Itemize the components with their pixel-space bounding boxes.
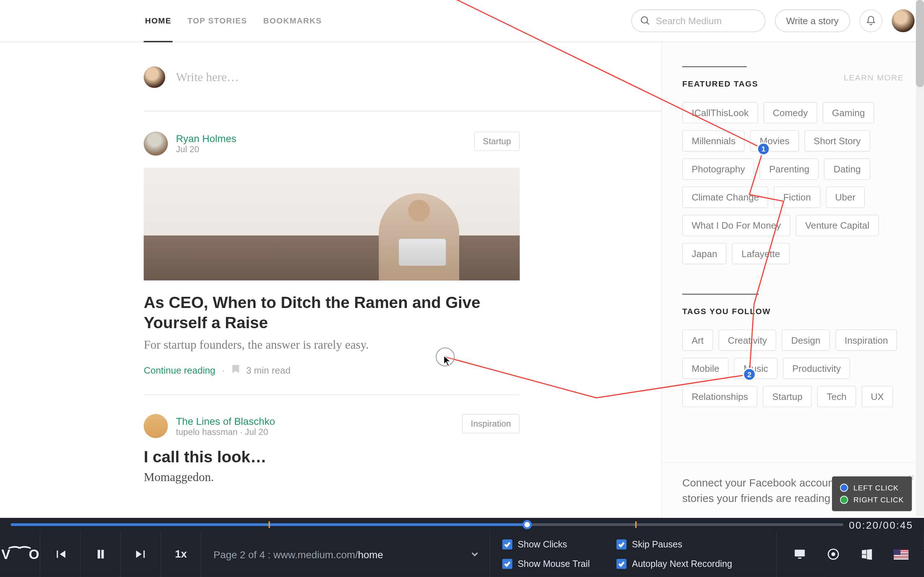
- svg-point-5: [831, 552, 835, 556]
- page-label-segment: home: [358, 548, 383, 560]
- tag-fiction[interactable]: Fiction: [774, 187, 821, 208]
- compose-row[interactable]: Write here…: [144, 66, 661, 111]
- monitor-icon: [793, 548, 806, 561]
- post-title[interactable]: I call this look…: [144, 448, 520, 466]
- chrome-icon: [827, 548, 840, 561]
- tag-art[interactable]: Art: [682, 329, 713, 351]
- time-total: 00:45: [883, 519, 913, 531]
- tag-comedy[interactable]: Comedy: [763, 102, 817, 124]
- post-tag-chip[interactable]: Startup: [474, 132, 520, 151]
- tag-millennials[interactable]: Millennials: [682, 130, 745, 152]
- notifications-button[interactable]: [859, 10, 882, 32]
- tag-creativity[interactable]: Creativity: [718, 329, 776, 351]
- post-card: The Lines of Blaschko tupelo hassman · J…: [144, 414, 520, 503]
- pause-icon: [93, 547, 108, 561]
- author-avatar[interactable]: [144, 414, 168, 438]
- nav-tab-home[interactable]: HOME: [144, 0, 173, 42]
- chevron-down-icon: [471, 550, 478, 558]
- tag-gaming[interactable]: Gaming: [822, 102, 874, 124]
- legend-left-label: LEFT CLICK: [854, 484, 899, 492]
- tag-japan[interactable]: Japan: [682, 243, 727, 264]
- separator-dot: ·: [222, 364, 225, 376]
- tag-photography[interactable]: Photography: [682, 158, 754, 180]
- timeline-tick: [635, 521, 637, 528]
- continue-reading-link[interactable]: Continue reading: [144, 364, 215, 376]
- speed-button[interactable]: 1x: [161, 531, 201, 577]
- pause-button[interactable]: [81, 531, 121, 577]
- sidebar: FEATURED TAGS LEARN MORE ICallThisLookCo…: [661, 42, 924, 518]
- tag-uber[interactable]: Uber: [826, 187, 865, 208]
- flag-us-icon: [894, 549, 908, 559]
- opt-show-clicks[interactable]: Show Clicks: [502, 537, 617, 552]
- post-hero-image[interactable]: [144, 168, 520, 280]
- page-selector[interactable]: Page 2 of 4 : www.medium.com/home: [201, 531, 490, 577]
- feed-column: Write here… Ryan Holmes Jul 20 Startup: [0, 42, 661, 518]
- left-click-dot: [840, 484, 848, 492]
- right-click-dot: [840, 496, 848, 504]
- tag-productivity[interactable]: Productivity: [783, 358, 850, 379]
- svg-rect-2: [795, 550, 805, 556]
- svg-rect-3: [798, 558, 801, 559]
- opt-skip-pauses[interactable]: Skip Pauses: [617, 537, 764, 552]
- player-options: Show Clicks Skip Pauses Show Mouse Trail…: [490, 531, 777, 577]
- compose-avatar: [144, 66, 165, 88]
- cursor-arrow-icon: [443, 355, 452, 367]
- search-placeholder: Search Medium: [656, 16, 722, 26]
- svg-point-0: [641, 17, 647, 23]
- post-tag-chip[interactable]: Inspiration: [462, 414, 520, 434]
- tag-short-story[interactable]: Short Story: [804, 130, 870, 152]
- tag-relationships[interactable]: Relationships: [682, 386, 757, 408]
- tags-you-follow-heading: TAGS YOU FOLLOW: [682, 306, 904, 316]
- write-story-button[interactable]: Write a story: [775, 10, 850, 32]
- timeline-knob[interactable]: [522, 520, 531, 529]
- post-date: Jul 20: [176, 144, 236, 154]
- svg-line-1: [646, 22, 649, 24]
- learn-more-link[interactable]: LEARN MORE: [844, 73, 904, 82]
- bookmark-icon[interactable]: [231, 364, 239, 376]
- follow-tags-cloud: ArtCreativityDesignInspirationMobileMusi…: [682, 329, 904, 407]
- legend-right-label: RIGHT CLICK: [854, 496, 904, 504]
- click-marker: 1: [757, 142, 770, 155]
- tag-startup[interactable]: Startup: [763, 386, 812, 408]
- author-name[interactable]: The Lines of Blaschko: [176, 416, 275, 427]
- windows-icon: [860, 548, 874, 561]
- opt-show-trail[interactable]: Show Mouse Trail: [502, 556, 617, 572]
- user-avatar[interactable]: [892, 10, 914, 32]
- tag-ux[interactable]: UX: [861, 386, 893, 408]
- skip-next-icon: [133, 547, 148, 561]
- opt-autoplay[interactable]: Autoplay Next Recording: [617, 556, 764, 572]
- post-title[interactable]: As CEO, When to Ditch the Ramen and Give…: [144, 292, 520, 333]
- time-current: 00:20: [849, 519, 879, 531]
- timeline[interactable]: 00:20/00:45: [0, 518, 924, 531]
- timeline-tick: [269, 521, 270, 528]
- tag-inspiration[interactable]: Inspiration: [835, 329, 897, 351]
- tag-lafayette[interactable]: Lafayette: [732, 243, 789, 264]
- nav-tab-bookmarks[interactable]: BOOKMARKS: [262, 0, 323, 42]
- click-legend: LEFT CLICK RIGHT CLICK: [832, 476, 912, 511]
- tag-venture-capital[interactable]: Venture Capital: [796, 214, 879, 236]
- tag-design[interactable]: Design: [782, 329, 830, 351]
- search-input[interactable]: Search Medium: [631, 10, 765, 32]
- tag-icallthislook[interactable]: ICallThisLook: [682, 102, 758, 124]
- nav-tabs: HOME TOP STORIES BOOKMARKS: [144, 0, 323, 42]
- scrollbar-thumb[interactable]: [916, 0, 924, 87]
- read-time: 3 min read: [246, 364, 291, 376]
- time-display: 00:20/00:45: [849, 519, 913, 531]
- compose-placeholder: Write here…: [176, 70, 239, 84]
- vwo-logo[interactable]: V⁀⁀O: [0, 531, 40, 577]
- tag-mobile[interactable]: Mobile: [682, 358, 729, 379]
- prev-button[interactable]: [40, 531, 81, 577]
- nav-tab-top-stories[interactable]: TOP STORIES: [186, 0, 249, 42]
- page-label-prefix: Page 2 of 4 : www.medium.com/: [214, 548, 358, 560]
- tag-dating[interactable]: Dating: [824, 158, 870, 180]
- skip-previous-icon: [53, 547, 68, 561]
- tag-parenting[interactable]: Parenting: [760, 158, 819, 180]
- next-button[interactable]: [121, 531, 162, 577]
- author-avatar[interactable]: [144, 132, 168, 156]
- tag-tech[interactable]: Tech: [817, 386, 856, 408]
- tag-climate-change[interactable]: Climate Change: [682, 187, 769, 208]
- page-scrollbar[interactable]: [916, 0, 924, 517]
- author-name[interactable]: Ryan Holmes: [176, 133, 236, 144]
- system-info-icons: •••: [777, 531, 924, 577]
- tag-what-i-do-for-money[interactable]: What I Do For Money: [682, 214, 790, 236]
